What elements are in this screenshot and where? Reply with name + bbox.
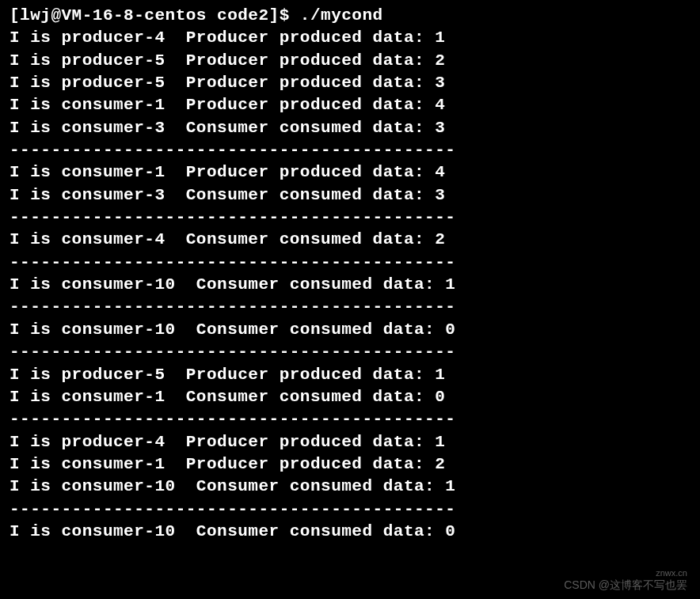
output-line: I is producer-5 Producer produced data: … (10, 364, 690, 386)
separator-line: ----------------------------------------… (10, 252, 690, 274)
separator-line: ----------------------------------------… (10, 139, 690, 161)
watermark-text: CSDN @这博客不写也罢 (564, 578, 687, 593)
output-line: I is consumer-1 Producer produced data: … (10, 161, 690, 184)
output-line: I is consumer-10 Consumer consumed data:… (10, 274, 690, 296)
output-line: I is producer-4 Producer produced data: … (10, 431, 690, 453)
separator-line: ----------------------------------------… (10, 341, 690, 363)
separator-line: ----------------------------------------… (10, 207, 690, 229)
separator-line: ----------------------------------------… (10, 408, 690, 430)
output-line: I is consumer-1 Consumer consumed data: … (10, 386, 690, 408)
output-line: I is producer-4 Producer produced data: … (10, 27, 690, 49)
output-line: I is consumer-3 Consumer consumed data: … (10, 117, 690, 139)
output-line: I is consumer-10 Consumer consumed data:… (10, 476, 690, 498)
watermark: znwx.cn CSDN @这博客不写也罢 (564, 567, 687, 593)
output-line: I is consumer-1 Producer produced data: … (10, 94, 690, 116)
output-line: I is consumer-1 Producer produced data: … (10, 453, 690, 476)
output-line: I is producer-5 Producer produced data: … (10, 50, 690, 72)
output-line: I is consumer-3 Consumer consumed data: … (10, 184, 690, 207)
output-line: I is consumer-10 Consumer consumed data:… (10, 319, 690, 341)
separator-line: ----------------------------------------… (10, 296, 690, 318)
output-line: I is producer-5 Producer produced data: … (10, 72, 690, 94)
output-line: I is consumer-10 Consumer consumed data:… (10, 521, 690, 543)
output-line: I is consumer-4 Consumer consumed data: … (10, 229, 690, 251)
separator-line: ----------------------------------------… (10, 499, 690, 521)
shell-prompt[interactable]: [lwj@VM-16-8-centos code2]$ ./mycond (10, 5, 690, 27)
